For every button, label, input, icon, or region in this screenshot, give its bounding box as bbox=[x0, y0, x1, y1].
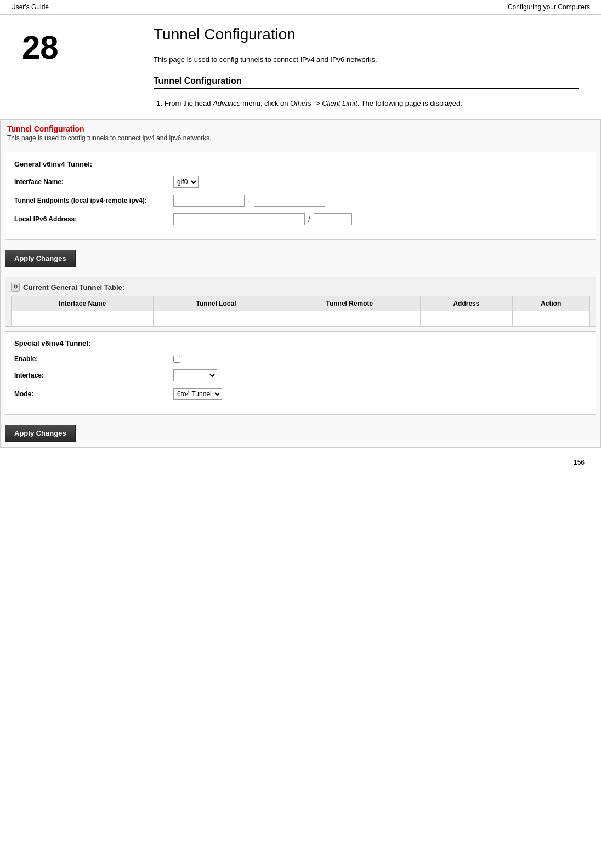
empty-cell-2 bbox=[154, 311, 279, 326]
apply-changes-button-2[interactable]: Apply Changes bbox=[5, 425, 76, 442]
ipv6-prefix-input[interactable] bbox=[314, 213, 352, 225]
tunnel-local-input[interactable] bbox=[173, 195, 245, 207]
enable-controls bbox=[173, 356, 180, 363]
header-right: Configuring your Computers bbox=[508, 3, 590, 11]
interface-name-controls: gif0 bbox=[173, 176, 199, 188]
ipv6-slash: / bbox=[308, 215, 310, 224]
enable-checkbox[interactable] bbox=[173, 356, 180, 363]
instruction-list: From the head Advance menu, click on Oth… bbox=[154, 98, 579, 109]
tunnel-endpoints-label: Tunnel Endpoints (local ipv4-remote ipv4… bbox=[14, 197, 173, 204]
local-ipv6-row: Local IPv6 Address: / bbox=[14, 213, 587, 225]
table-header-row: Interface Name Tunnel Local Tunnel Remot… bbox=[12, 296, 590, 311]
table-empty-row bbox=[12, 311, 590, 326]
table-body bbox=[12, 311, 590, 326]
special-interface-select[interactable] bbox=[173, 369, 217, 381]
mode-label: Mode: bbox=[14, 390, 173, 398]
enable-row: Enable: bbox=[14, 355, 587, 363]
main-content: 28 Tunnel Configuration This page is use… bbox=[0, 15, 601, 119]
empty-cell-3 bbox=[279, 311, 421, 326]
col-interface-name: Interface Name bbox=[12, 296, 154, 311]
page-footer: 156 bbox=[0, 448, 601, 477]
instruction-item: From the head Advance menu, click on Oth… bbox=[165, 98, 579, 109]
general-tunnel-section: General v6inv4 Tunnel: Interface Name: g… bbox=[5, 152, 596, 240]
endpoints-separator: - bbox=[248, 196, 251, 205]
interface-name-row: Interface Name: gif0 bbox=[14, 176, 587, 188]
page-number: 156 bbox=[574, 459, 585, 466]
special-tunnel-section: Special v6inv4 Tunnel: Enable: Interface… bbox=[5, 331, 596, 415]
screenshot-title: Tunnel Configuration bbox=[1, 120, 600, 134]
refresh-icon[interactable]: ↻ bbox=[11, 283, 20, 292]
screenshot-area: Tunnel Configuration This page is used t… bbox=[0, 119, 601, 448]
mode-row: Mode: 6to4 Tunnel bbox=[14, 388, 587, 400]
empty-cell-1 bbox=[12, 311, 154, 326]
screenshot-subtitle: This page is used to config tunnels to c… bbox=[1, 134, 600, 147]
interface-name-select[interactable]: gif0 bbox=[173, 176, 199, 188]
tunnel-table-section: ↻ Current General Tunnel Table: Interfac… bbox=[5, 277, 596, 327]
left-column: 28 bbox=[0, 26, 154, 119]
mode-select[interactable]: 6to4 Tunnel bbox=[173, 388, 222, 400]
col-tunnel-remote: Tunnel Remote bbox=[279, 296, 421, 311]
interface-name-label: Interface Name: bbox=[14, 178, 173, 186]
special-section-title: Special v6inv4 Tunnel: bbox=[14, 339, 587, 347]
tunnel-endpoints-row: Tunnel Endpoints (local ipv4-remote ipv4… bbox=[14, 195, 587, 207]
special-interface-row: Interface: bbox=[14, 369, 587, 381]
chapter-number: 28 bbox=[22, 31, 154, 64]
col-address: Address bbox=[421, 296, 512, 311]
italic-others: Others -> Client Limit bbox=[290, 99, 357, 107]
intro-text: This page is used to config tunnels to c… bbox=[154, 54, 579, 65]
section-heading: Tunnel Configuration bbox=[154, 76, 579, 89]
local-ipv6-input[interactable] bbox=[173, 213, 305, 225]
special-interface-controls bbox=[173, 369, 217, 381]
tunnel-remote-input[interactable] bbox=[254, 195, 325, 207]
tunnel-endpoints-controls: - bbox=[173, 195, 325, 207]
general-section-title: General v6inv4 Tunnel: bbox=[14, 160, 587, 168]
local-ipv6-controls: / bbox=[173, 213, 352, 225]
empty-cell-5 bbox=[512, 311, 589, 326]
tunnel-table: Interface Name Tunnel Local Tunnel Remot… bbox=[11, 296, 590, 326]
header-left: User's Guide bbox=[11, 3, 49, 11]
special-interface-label: Interface: bbox=[14, 372, 173, 379]
enable-label: Enable: bbox=[14, 355, 173, 363]
apply-changes-button-1[interactable]: Apply Changes bbox=[5, 250, 76, 267]
local-ipv6-label: Local IPv6 Address: bbox=[14, 215, 173, 223]
col-action: Action bbox=[512, 296, 589, 311]
table-section-title: Current General Tunnel Table: bbox=[23, 283, 124, 292]
chapter-title: Tunnel Configuration bbox=[154, 26, 579, 43]
col-tunnel-local: Tunnel Local bbox=[154, 296, 279, 311]
table-head: Interface Name Tunnel Local Tunnel Remot… bbox=[12, 296, 590, 311]
empty-cell-4 bbox=[421, 311, 512, 326]
page-header: User's Guide Configuring your Computers bbox=[0, 0, 601, 15]
right-column: Tunnel Configuration This page is used t… bbox=[154, 26, 601, 119]
italic-advance: Advance bbox=[213, 99, 241, 107]
mode-controls: 6to4 Tunnel bbox=[173, 388, 222, 400]
table-section-header: ↻ Current General Tunnel Table: bbox=[11, 283, 590, 292]
